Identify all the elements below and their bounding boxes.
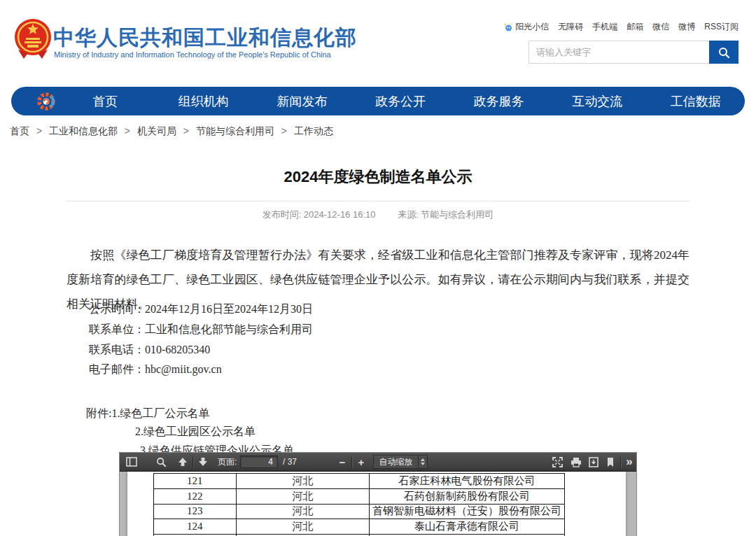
page-label: 页面: [218, 453, 237, 471]
miit-gear-e-icon [36, 92, 56, 111]
arrow-up-icon [178, 457, 188, 467]
attachment-1: 附件:1.绿色工厂公示名单 [86, 404, 294, 423]
sidebar-toggle-button[interactable] [124, 453, 139, 471]
toolbar-divider [620, 456, 621, 467]
quick-link-mail[interactable]: 邮箱 [626, 21, 643, 33]
title-divider [66, 201, 690, 202]
page-number-input[interactable] [240, 456, 278, 468]
pdf-toolbar: 页面: / 37 − + 自动缩放 [120, 453, 636, 472]
next-page-button[interactable] [195, 453, 211, 471]
breadcrumb: 首页 > 工业和信息化部 > 机关司局 > 节能与综合利用司 > 工作动态 [10, 125, 333, 138]
article-meta: 发布时间: 2024-12-16 16:10 来源: 节能与综合利用司 [66, 209, 690, 221]
pdf-viewer: 页面: / 37 − + 自动缩放 [119, 452, 637, 536]
pdf-body[interactable]: 121 河北 石家庄科林电气股份有限公司 122 河北 石药创新制药股份有限公司… [120, 472, 637, 536]
zoom-out-button[interactable]: − [335, 453, 349, 471]
quick-link-wechat[interactable]: 微信 [652, 21, 669, 33]
download-icon [589, 457, 598, 467]
sidebar-toggle-icon [126, 457, 137, 467]
sunshine-robot-icon [503, 22, 513, 32]
nav-items: 首页 组织机构 新闻发布 政务公开 政务服务 互动交流 工信数据 [56, 93, 745, 110]
article-title: 2024年度绿色制造名单公示 [66, 167, 690, 188]
page-total: / 37 [283, 453, 297, 471]
contact-phone: 联系电话：010-68205340 [89, 340, 313, 360]
print-button[interactable] [568, 453, 584, 471]
zoom-in-button[interactable]: + [354, 453, 368, 471]
contact-info-block: 公示时间：2024年12月16日至2024年12月30日 联系单位：工业和信息化… [89, 299, 313, 380]
publish-time: 发布时间: 2024-12-16 16:10 [262, 209, 376, 220]
bookmark-button[interactable] [603, 453, 618, 471]
search-input[interactable] [528, 41, 709, 64]
cell-no: 121 [154, 474, 237, 489]
site-title: 中华人民共和国工业和信息化部 [53, 24, 357, 52]
zoom-select-spinner-icon [418, 456, 427, 468]
download-button[interactable] [586, 453, 601, 471]
breadcrumb-separator: > [36, 125, 42, 136]
article-source: 来源: 节能与综合利用司 [398, 209, 493, 220]
search-button[interactable] [709, 41, 738, 64]
more-tools-button[interactable]: » [622, 453, 637, 471]
nav-item-news[interactable]: 新闻发布 [253, 93, 351, 110]
quick-link-weibo[interactable]: 微博 [678, 21, 695, 33]
search-bar [528, 41, 738, 64]
cell-company: 泰山石膏承德有限公司 [369, 519, 564, 535]
quick-link-sunshine[interactable]: 阳光小信 [503, 21, 549, 33]
table-row: 124 河北 泰山石膏承德有限公司 [154, 519, 565, 535]
bookmark-icon [606, 457, 615, 467]
arrow-down-icon [198, 457, 208, 467]
toolbar-divider [192, 456, 193, 467]
breadcrumb-miit[interactable]: 工业和信息化部 [49, 125, 118, 136]
presentation-mode-button[interactable] [550, 453, 565, 471]
quick-links: 阳光小信 无障碍 手机端 邮箱 微信 微博 RSS订阅 [503, 21, 738, 33]
cell-province: 河北 [236, 504, 369, 519]
breadcrumb-separator: > [281, 125, 287, 136]
cell-province: 河北 [236, 474, 369, 489]
publicity-period: 公示时间：2024年12月16日至2024年12月30日 [89, 299, 313, 320]
previous-page-button[interactable] [175, 453, 190, 471]
quick-link-accessibility[interactable]: 无障碍 [558, 21, 583, 33]
cell-company: 石药创新制药股份有限公司 [369, 488, 564, 504]
contact-email: 电子邮件：hbc@miit.gov.cn [89, 360, 313, 380]
cell-no: 123 [154, 504, 237, 519]
breadcrumb-energy-dept[interactable]: 节能与综合利用司 [196, 125, 274, 136]
cell-company: 首钢智新电磁材料（迁安）股份有限公司 [369, 504, 564, 519]
article: 2024年度绿色制造名单公示 发布时间: 2024-12-16 16:10 来源… [66, 162, 690, 453]
page: 中华人民共和国工业和信息化部 Ministry of Industry and … [0, 0, 756, 536]
cell-province: 河北 [236, 488, 369, 504]
pdf-page: 121 河北 石家庄科林电气股份有限公司 122 河北 石药创新制药股份有限公司… [127, 472, 626, 536]
nav-item-organization[interactable]: 组织机构 [155, 93, 253, 110]
breadcrumb-separator: > [183, 125, 189, 136]
quick-link-rss[interactable]: RSS订阅 [704, 21, 738, 33]
find-button[interactable] [153, 453, 169, 471]
search-icon [718, 46, 730, 59]
presentation-mode-icon [552, 457, 563, 467]
breadcrumb-departments[interactable]: 机关司局 [137, 125, 176, 136]
contact-unit: 联系单位：工业和信息化部节能与综合利用司 [89, 320, 313, 340]
green-factory-table: 121 河北 石家庄科林电气股份有限公司 122 河北 石药创新制药股份有限公司… [153, 473, 565, 536]
zoom-select-value: 自动缩放 [374, 456, 418, 468]
cell-province: 河北 [236, 519, 369, 535]
breadcrumb-work-updates[interactable]: 工作动态 [294, 125, 333, 136]
table-row: 121 河北 石家庄科林电气股份有限公司 [154, 474, 565, 489]
attachment-2: 2.绿色工业园区公示名单 [135, 423, 294, 441]
find-icon [156, 457, 167, 467]
cell-no: 122 [154, 488, 237, 504]
table-row: 123 河北 首钢智新电磁材料（迁安）股份有限公司 [154, 504, 565, 519]
main-nav: 首页 组织机构 新闻发布 政务公开 政务服务 互动交流 工信数据 [11, 87, 745, 115]
zoom-select[interactable]: 自动缩放 [373, 455, 428, 469]
print-icon [570, 457, 582, 467]
quick-link-label: 阳光小信 [515, 21, 549, 33]
nav-item-gov-services[interactable]: 政务服务 [449, 93, 548, 110]
site-subtitle: Ministry of Industry and Information Tec… [54, 50, 331, 59]
quick-link-mobile[interactable]: 手机端 [592, 21, 617, 33]
national-emblem-logo [14, 18, 52, 60]
nav-item-gov-disclosure[interactable]: 政务公开 [351, 93, 450, 110]
cell-no: 124 [154, 519, 237, 535]
nav-item-interaction[interactable]: 互动交流 [548, 93, 647, 110]
nav-item-home[interactable]: 首页 [56, 93, 155, 110]
nav-item-data[interactable]: 工信数据 [646, 93, 745, 110]
breadcrumb-separator: > [125, 125, 130, 136]
breadcrumb-home[interactable]: 首页 [10, 125, 29, 136]
toolbar-divider [351, 456, 352, 467]
table-row: 122 河北 石药创新制药股份有限公司 [154, 488, 565, 504]
cell-company: 石家庄科林电气股份有限公司 [369, 474, 564, 489]
